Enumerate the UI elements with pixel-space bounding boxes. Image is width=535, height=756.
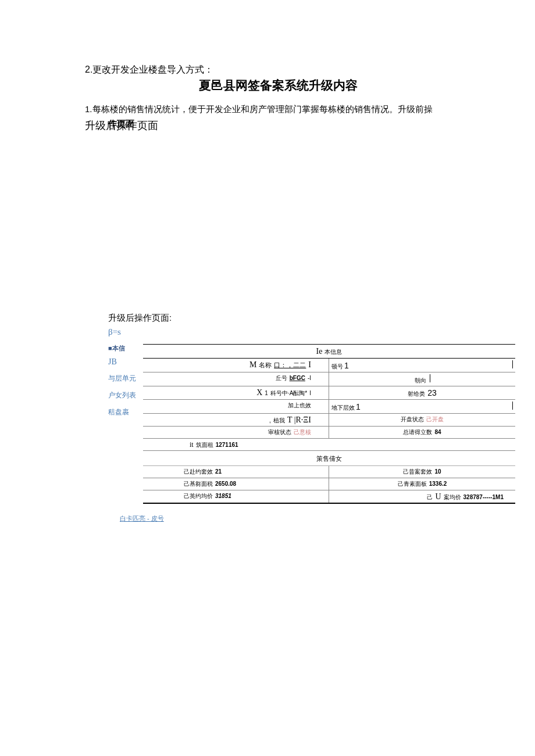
lbl: M	[249, 360, 256, 370]
lbl: 审核状态	[268, 428, 291, 436]
info-row: , 植我 T |R·ΞI 开盘状态 己开盘	[143, 414, 515, 427]
val: bFGC	[290, 375, 305, 381]
cell-plant: , 植我 T |R·ΞI	[143, 414, 329, 426]
rlbl: 射给类	[408, 390, 425, 398]
cell-building-no: 顿号 1	[329, 359, 515, 372]
cell-above-floors: 加上也效	[143, 400, 329, 413]
rval: 328787-----1M1	[463, 494, 504, 500]
cell-qiu-no: 丘号 bFGC -I	[143, 372, 329, 386]
val: 2650.08	[215, 481, 236, 487]
cell-signed-avg-price: 己英约均价 31851	[143, 490, 329, 503]
cell-filed-units: 己昔案套效 10	[329, 466, 515, 478]
paragraph-line-1: 1.每栋楼的销售情况统计，便于开发企业和房产管理部门掌握每栋楼的销售情况。升级前…	[85, 104, 500, 115]
val: 1271161	[216, 442, 238, 448]
val: 31851	[215, 493, 231, 499]
rlbl: 朝向	[415, 377, 426, 385]
info-row: 丘号 bFGC -I 朝向	[143, 372, 515, 386]
lbl: 己英约均价	[184, 492, 213, 500]
cell-filed-avg-price: 己 U 案均价 328787-----1M1	[329, 490, 515, 503]
rlbl: 开盘状态	[401, 415, 424, 424]
lbl: X	[256, 388, 262, 397]
rlbl-u: U	[435, 492, 441, 501]
heading-line-2: 2.更改开发企业楼盘导入方式：	[85, 64, 500, 76]
cell-name: M 名称 口：，二二 I	[143, 359, 329, 372]
cell-total-count: 总请得立数 84	[329, 427, 515, 438]
rlbl: 顿号	[331, 363, 343, 371]
cell-signed-area: 己基芻面税 2650.08	[143, 478, 329, 490]
rval: 1	[356, 402, 361, 411]
sale-row: 己基芻面税 2650.08 己青素面板 1336.2	[143, 478, 515, 490]
info-row: 加上也效 地下层效 1	[143, 400, 515, 414]
rlbl-suf: 案均价	[444, 493, 461, 501]
rval: 1	[344, 361, 349, 370]
comma: ,	[269, 417, 271, 424]
cell-signed-units: 己赴约套效 21	[143, 466, 329, 478]
trail: I	[309, 390, 311, 396]
val: 21	[215, 468, 222, 475]
lbl: 丘号	[276, 374, 287, 382]
info-row: it 筑面租 1271161	[143, 439, 515, 451]
rval: 23	[427, 388, 437, 397]
cell-underground-floors: 地下层效 1	[329, 400, 515, 413]
header-ie: Ie	[316, 347, 323, 356]
lbl: 筑面租	[196, 441, 213, 449]
val: 己意核	[294, 428, 311, 436]
text: 科号中·A酝陶*	[270, 389, 307, 397]
cell-open-status: 开盘状态 己开盘	[329, 414, 515, 426]
info-row: M 名称 口：，二二 I 顿号 1	[143, 359, 515, 372]
header-suffix: 本信息	[324, 349, 342, 355]
rlbl-pre: 己	[427, 493, 433, 501]
rlbl: 己青素面板	[398, 480, 427, 488]
sub: 1	[265, 390, 268, 396]
divider-bar	[512, 402, 513, 410]
cell-structure-type: 射给类 23	[329, 386, 515, 399]
after-upgrade-label: 升级后操作页面:	[108, 313, 500, 324]
rlbl: 地下层效	[331, 404, 355, 412]
cell-orientation: 朝向	[329, 372, 515, 386]
beta-symbol: β=s	[108, 327, 500, 337]
it: it	[190, 440, 194, 449]
lbl: 植我	[273, 417, 285, 425]
trail: I	[308, 360, 311, 370]
cell-filed-area: 己青素面板 1336.2	[329, 478, 515, 490]
rlbl: 己昔案套效	[403, 468, 432, 476]
sidebar-item-jb[interactable]: JB	[108, 357, 143, 367]
rval: 84	[434, 429, 441, 435]
footer-link[interactable]: 白卡匹亮 - 皮号	[120, 514, 500, 523]
sidebar-nav: ■本信 JB 与层单元 户女列表 秸盘裹	[108, 344, 143, 504]
basic-info-header: Ie 本信息	[143, 344, 515, 359]
rval: 1336.2	[429, 481, 447, 487]
rval: 己开盘	[426, 415, 444, 424]
cell-empty	[329, 439, 515, 450]
serif-val: T |R·ΞI	[287, 415, 311, 425]
info-grid: ■本信 JB 与层单元 户女列表 秸盘裹 Ie 本信息 M 名称 口：，二二 I	[108, 344, 515, 504]
sale-row: 己英约均价 31851 己 U 案均价 328787-----1M1	[143, 490, 515, 504]
grid-main: Ie 本信息 M 名称 口：，二二 I 顿号 1	[143, 344, 515, 504]
lbl: 己基芻面税	[184, 480, 213, 488]
sidebar-item-floor-unit[interactable]: 与层单元	[108, 374, 143, 384]
lbl: 加上也效	[288, 402, 311, 410]
sidebar-item-household-list[interactable]: 户女列表	[108, 390, 143, 400]
rlbl: 总请得立数	[403, 428, 432, 436]
rval: 10	[434, 468, 441, 475]
paragraph-line-overlap: 升级后操作页面 作页面	[85, 119, 500, 132]
trail: -I	[308, 375, 311, 381]
line4-overlay: 作页面	[108, 119, 134, 130]
divider-bar	[430, 374, 430, 382]
document-title: 夏邑县网签备案系统升级内容	[56, 77, 500, 94]
sidebar-item-stock-table[interactable]: 秸盘裹	[108, 407, 143, 417]
sidebar-item-basic[interactable]: ■本信	[108, 344, 143, 353]
sales-info-header: 策售倩女	[143, 452, 515, 466]
cell-audit-status: 审核状态 己意核	[143, 427, 329, 438]
divider-bar	[512, 360, 513, 368]
lbl-suffix: 名称	[259, 361, 272, 370]
val-underline: 口：，二二	[274, 361, 306, 370]
info-row: 审核状态 己意核 总请得立数 84	[143, 427, 515, 439]
cell-building-area: it 筑面租 1271161	[143, 439, 329, 450]
sale-row: 己赴约套效 21 己昔案套效 10	[143, 466, 515, 478]
info-row: X 1 科号中·A酝陶* I 射给类 23	[143, 386, 515, 400]
cell-ke-no: X 1 科号中·A酝陶* I	[143, 386, 329, 399]
lbl: 己赴约套效	[184, 468, 213, 476]
